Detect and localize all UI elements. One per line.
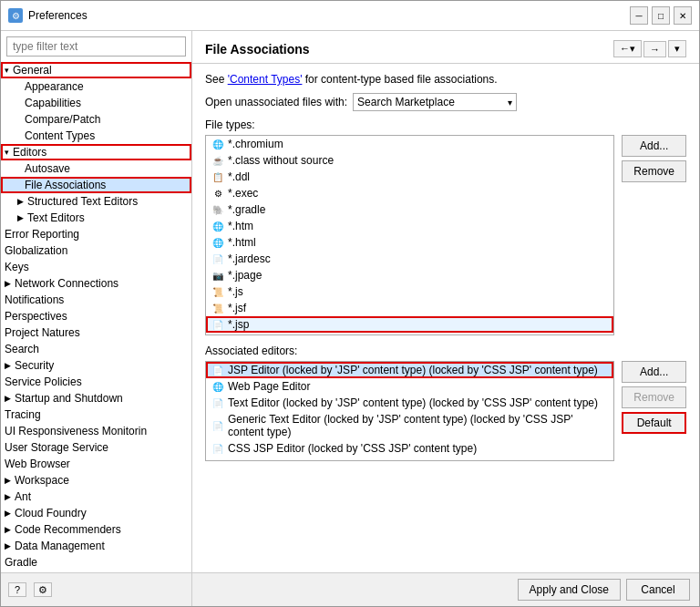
gradle-icon: 🐘 (211, 203, 224, 216)
tree-item-security[interactable]: ▶ Security (1, 357, 191, 374)
maximize-button[interactable]: □ (652, 6, 670, 25)
tree-item-data-management[interactable]: ▶ Data Management (1, 538, 191, 554)
description-text2: for content-type based file associations… (305, 73, 498, 86)
tree-label-code: Code Recommenders (15, 523, 121, 536)
file-type-jspf[interactable]: 📄 *.jspf (206, 333, 613, 335)
assoc-editors-list[interactable]: 📄 JSP Editor (locked by 'JSP' content ty… (205, 361, 614, 461)
help-button[interactable]: ? (8, 582, 26, 597)
tree-item-project-natures[interactable]: Project Natures (1, 324, 191, 341)
tree-label-cloud: Cloud Foundry (15, 507, 87, 520)
tree-label-gradle: Gradle (5, 556, 37, 569)
minimize-button[interactable]: ─ (630, 6, 648, 25)
file-type-js[interactable]: 📜 *.js (206, 283, 613, 300)
tree-item-general[interactable]: ▾ General (1, 62, 191, 78)
tree-item-perspectives[interactable]: Perspectives (1, 308, 191, 324)
tree-item-network-connections[interactable]: ▶ Network Connections (1, 275, 191, 292)
file-type-jardesc[interactable]: 📄 *.jardesc (206, 251, 613, 267)
close-button[interactable]: ✕ (674, 6, 692, 25)
tree-item-content-types[interactable]: Content Types (1, 128, 191, 144)
assoc-add-button[interactable]: Add... (622, 361, 686, 383)
assoc-item-jsp-editor-label: JSP Editor (locked by 'JSP' content type… (228, 364, 598, 376)
tree-item-tracing[interactable]: Tracing (1, 406, 191, 423)
file-type-class[interactable]: ☕ *.class without source (206, 152, 613, 169)
tree-item-ui-responsiveness[interactable]: UI Responsiveness Monitorin (1, 423, 191, 439)
assoc-item-web-page-editor[interactable]: 🌐 Web Page Editor (206, 378, 613, 395)
assoc-remove-button[interactable]: Remove (622, 386, 686, 408)
css-jsp-editor-icon: 📄 (211, 442, 224, 455)
cancel-button[interactable]: Cancel (626, 579, 690, 601)
file-type-htm-label: *.htm (228, 220, 253, 232)
tree-item-search[interactable]: Search (1, 341, 191, 357)
tree-item-structured-text[interactable]: ▶ Structured Text Editors (1, 193, 191, 210)
tree-item-user-storage[interactable]: User Storage Service (1, 439, 191, 456)
tree-label-error-reporting: Error Reporting (5, 228, 79, 241)
bottom-left: ? ⚙ (1, 573, 192, 606)
tree-item-notifications[interactable]: Notifications (1, 292, 191, 308)
tree-label-startup: Startup and Shutdown (15, 392, 123, 405)
open-unassoc-label: Open unassociated files with: (205, 96, 347, 108)
assoc-section: 📄 JSP Editor (locked by 'JSP' content ty… (205, 361, 686, 461)
file-type-exec[interactable]: ⚙ *.exec (206, 185, 613, 201)
assoc-item-css-jsp-label: CSS JSP Editor (locked by 'CSS JSP' cont… (228, 442, 477, 455)
settings-button[interactable]: ⚙ (34, 582, 52, 597)
window-icon: ⚙ (8, 8, 23, 23)
file-type-gradle[interactable]: 🐘 *.gradle (206, 201, 613, 218)
right-panel: File Associations ←▾ → ▾ See 'Content Ty… (192, 31, 699, 572)
assoc-item-jsp-editor[interactable]: 📄 JSP Editor (locked by 'JSP' content ty… (206, 362, 613, 378)
tree-item-ant[interactable]: ▶ Ant (1, 489, 191, 505)
assoc-item-generic-text-editor[interactable]: 📄 Generic Text Editor (locked by 'JSP' c… (206, 411, 613, 440)
unassoc-dropdown[interactable]: Search Marketplace ▾ (353, 93, 517, 111)
tree-item-autosave[interactable]: Autosave (1, 160, 191, 177)
content-types-link[interactable]: 'Content Types' (228, 73, 303, 86)
file-type-jsf[interactable]: 📜 *.jsf (206, 300, 613, 316)
tree-item-cloud-foundry[interactable]: ▶ Cloud Foundry (1, 505, 191, 521)
file-type-htm[interactable]: 🌐 *.htm (206, 218, 613, 234)
tree-label-security: Security (15, 359, 54, 372)
file-types-list[interactable]: 🌐 *.chromium ☕ *.class without source 📋 … (205, 135, 614, 335)
tree-item-globalization[interactable]: Globalization (1, 242, 191, 259)
jspf-icon: 📄 (211, 334, 224, 335)
file-type-html[interactable]: 🌐 *.html (206, 234, 613, 251)
nav-buttons: ←▾ → ▾ (613, 40, 686, 57)
chromium-icon: 🌐 (211, 138, 224, 150)
tree-item-compare-patch[interactable]: Compare/Patch (1, 111, 191, 128)
nav-menu-button[interactable]: ▾ (668, 40, 686, 57)
tree-item-error-reporting[interactable]: Error Reporting (1, 226, 191, 242)
tree-item-keys[interactable]: Keys (1, 259, 191, 275)
tree-item-web-browser[interactable]: Web Browser (1, 456, 191, 472)
jardesc-icon: 📄 (211, 252, 224, 265)
file-type-buttons: Add... Remove (622, 135, 686, 335)
tree-item-capabilities[interactable]: Capabilities (1, 95, 191, 111)
back-button[interactable]: ←▾ (613, 40, 642, 57)
expand-arrow-workspace: ▶ (5, 476, 11, 485)
file-type-jpage[interactable]: 📷 *.jpage (206, 267, 613, 283)
tree-label-autosave: Autosave (25, 162, 70, 175)
file-type-remove-button[interactable]: Remove (622, 160, 686, 182)
file-type-jpage-label: *.jpage (228, 269, 262, 282)
bottom-right: Apply and Close Cancel (192, 573, 699, 606)
tree-item-workspace[interactable]: ▶ Workspace (1, 472, 191, 489)
tree-item-code-recommenders[interactable]: ▶ Code Recommenders (1, 521, 191, 538)
tree-item-service-policies[interactable]: Service Policies (1, 374, 191, 390)
file-type-chromium[interactable]: 🌐 *.chromium (206, 136, 613, 152)
tree-label-ui-responsiveness: UI Responsiveness Monitorin (5, 425, 147, 437)
file-type-ddl[interactable]: 📋 *.ddl (206, 169, 613, 185)
tree-item-file-associations[interactable]: File Associations (1, 177, 191, 193)
tree-item-gradle[interactable]: Gradle (1, 554, 191, 571)
file-type-jsp[interactable]: 📄 *.jsp (206, 316, 613, 333)
file-type-add-button[interactable]: Add... (622, 135, 686, 157)
assoc-item-css-jsp-editor[interactable]: 📄 CSS JSP Editor (locked by 'CSS JSP' co… (206, 440, 613, 457)
forward-button[interactable]: → (643, 41, 666, 57)
tree-item-editors[interactable]: ▾ Editors (1, 144, 191, 160)
filter-input[interactable] (6, 36, 186, 57)
tree-item-startup-shutdown[interactable]: ▶ Startup and Shutdown (1, 390, 191, 406)
tree-scroll-area[interactable]: ▾ General Appearance Capabilities Compar… (1, 62, 191, 572)
assoc-item-text-editor[interactable]: 📄 Text Editor (locked by 'JSP' content t… (206, 395, 613, 411)
apply-close-button[interactable]: Apply and Close (518, 579, 621, 601)
file-type-js-label: *.js (228, 285, 243, 298)
default-button[interactable]: Default (622, 412, 686, 434)
tree-item-text-editors[interactable]: ▶ Text Editors (1, 210, 191, 226)
jsp-icon: 📄 (211, 318, 224, 331)
tree-item-appearance[interactable]: Appearance (1, 78, 191, 95)
expand-arrow-data: ▶ (5, 541, 11, 550)
